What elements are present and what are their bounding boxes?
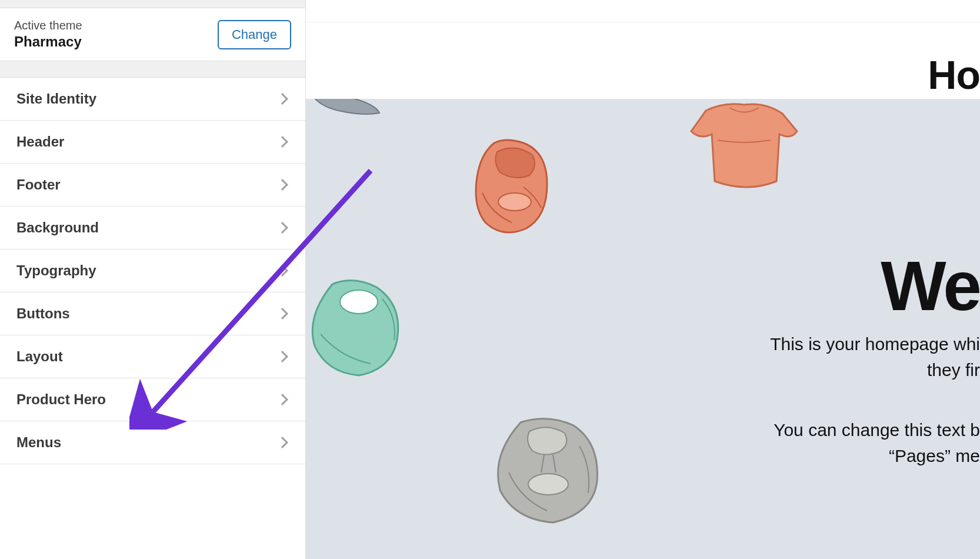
hoodie-illustration-icon — [459, 134, 571, 246]
menu-item-label: Layout — [16, 348, 63, 365]
menu-item-label: Menus — [16, 434, 61, 451]
menu-item-label: Typography — [16, 262, 96, 279]
chevron-right-icon — [276, 179, 288, 191]
menu-item-label: Footer — [16, 177, 61, 193]
customizer-menu-list: Site Identity Header Footer Background T… — [0, 78, 305, 464]
hero-background — [306, 99, 980, 559]
hero-text-line: they fir — [927, 360, 980, 380]
chevron-right-icon — [276, 93, 288, 105]
menu-item-label: Site Identity — [16, 91, 96, 107]
menu-item-site-identity[interactable]: Site Identity — [0, 78, 305, 121]
menu-item-label: Product Hero — [16, 391, 106, 408]
menu-item-background[interactable]: Background — [0, 207, 305, 249]
svg-point-0 — [498, 193, 531, 211]
clothing-illustration-icon — [312, 99, 382, 119]
sweater-illustration-icon — [306, 269, 418, 387]
site-preview: Ho — [306, 0, 980, 559]
menu-item-menus[interactable]: Menus — [0, 421, 305, 464]
active-theme-label: Active theme — [14, 19, 82, 32]
chevron-right-icon — [276, 136, 288, 148]
menu-item-buttons[interactable]: Buttons — [0, 292, 305, 335]
hero-text-line: You can change this text b — [774, 420, 980, 440]
menu-item-header[interactable]: Header — [0, 121, 305, 164]
sidebar-top-strip — [0, 0, 305, 8]
grey-hoodie-illustration-icon — [482, 411, 612, 528]
page-title: Ho — [928, 52, 980, 98]
menu-item-product-hero[interactable]: Product Hero — [0, 378, 305, 421]
chevron-right-icon — [276, 308, 288, 320]
svg-point-1 — [340, 290, 378, 314]
chevron-right-icon — [276, 351, 288, 362]
chevron-right-icon — [276, 437, 288, 448]
svg-point-2 — [528, 474, 568, 495]
chevron-right-icon — [276, 265, 288, 277]
hero-heading: We — [881, 246, 980, 326]
hero-text-line: This is your homepage whi — [770, 334, 980, 354]
active-theme-name: Pharmacy — [14, 34, 82, 50]
tshirt-illustration-icon — [682, 99, 806, 199]
menu-item-layout[interactable]: Layout — [0, 335, 305, 378]
menu-item-label: Header — [16, 134, 64, 150]
chevron-right-icon — [276, 394, 288, 405]
chevron-right-icon — [276, 222, 288, 234]
active-theme-info: Active theme Pharmacy — [14, 19, 82, 50]
customizer-sidebar: Active theme Pharmacy Change Site Identi… — [0, 0, 306, 559]
menu-item-typography[interactable]: Typography — [0, 249, 305, 292]
hero-text-line: “Pages” me — [889, 446, 980, 466]
menu-item-footer[interactable]: Footer — [0, 164, 305, 207]
menu-item-label: Background — [16, 219, 99, 236]
active-theme-section: Active theme Pharmacy Change — [0, 8, 305, 61]
sidebar-divider — [0, 61, 305, 78]
menu-item-label: Buttons — [16, 305, 70, 322]
change-theme-button[interactable]: Change — [218, 20, 291, 49]
preview-toolbar-strip — [306, 0, 980, 22]
